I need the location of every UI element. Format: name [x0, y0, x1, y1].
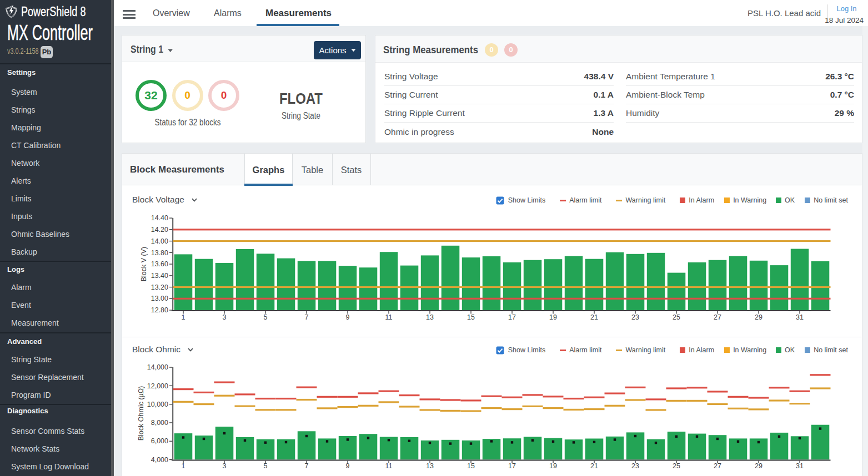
- svg-text:23: 23: [631, 313, 639, 321]
- svg-text:13: 13: [426, 462, 434, 470]
- svg-text:1: 1: [182, 462, 185, 470]
- svg-text:29: 29: [755, 462, 762, 470]
- svg-text:29: 29: [755, 313, 762, 321]
- svg-text:31: 31: [796, 462, 804, 470]
- svg-text:21: 21: [590, 313, 598, 321]
- svg-text:11: 11: [385, 462, 393, 470]
- svg-text:6,000: 6,000: [151, 437, 168, 445]
- svg-text:3: 3: [223, 462, 227, 470]
- svg-text:13.80: 13.80: [151, 249, 168, 257]
- svg-text:5: 5: [264, 313, 268, 321]
- svg-text:17: 17: [508, 462, 516, 470]
- svg-text:7: 7: [305, 313, 309, 321]
- svg-text:25: 25: [673, 462, 680, 470]
- svg-text:19: 19: [549, 462, 557, 470]
- svg-text:Block V (V): Block V (V): [140, 247, 148, 282]
- svg-text:13.00: 13.00: [151, 295, 168, 302]
- svg-text:13.40: 13.40: [151, 272, 168, 280]
- svg-text:4,000: 4,000: [151, 456, 168, 464]
- svg-text:1: 1: [182, 313, 185, 321]
- svg-text:21: 21: [590, 462, 598, 470]
- svg-text:14,000: 14,000: [147, 363, 168, 371]
- svg-text:8,000: 8,000: [151, 419, 168, 427]
- svg-text:12,000: 12,000: [147, 382, 168, 390]
- svg-text:25: 25: [673, 313, 680, 321]
- svg-text:13.60: 13.60: [151, 260, 168, 268]
- svg-text:15: 15: [467, 313, 475, 321]
- svg-text:5: 5: [264, 462, 268, 470]
- svg-text:3: 3: [223, 313, 227, 321]
- svg-text:19: 19: [549, 313, 557, 321]
- svg-text:9: 9: [346, 462, 350, 470]
- svg-text:7: 7: [305, 462, 309, 470]
- svg-text:17: 17: [508, 313, 516, 321]
- svg-text:13: 13: [426, 313, 434, 321]
- svg-text:15: 15: [467, 462, 475, 470]
- svg-text:10,000: 10,000: [147, 401, 168, 408]
- svg-text:12.80: 12.80: [151, 306, 168, 314]
- svg-text:Block Ohmic (µΩ): Block Ohmic (µΩ): [137, 386, 145, 441]
- svg-text:31: 31: [796, 313, 804, 321]
- svg-text:13.20: 13.20: [151, 283, 168, 291]
- svg-text:14.20: 14.20: [151, 226, 168, 234]
- svg-text:14.40: 14.40: [151, 214, 168, 222]
- svg-text:9: 9: [346, 313, 350, 321]
- svg-text:11: 11: [385, 313, 393, 321]
- svg-text:27: 27: [714, 462, 721, 470]
- svg-text:14.00: 14.00: [151, 237, 168, 245]
- svg-text:23: 23: [631, 462, 639, 470]
- svg-text:27: 27: [714, 313, 721, 321]
